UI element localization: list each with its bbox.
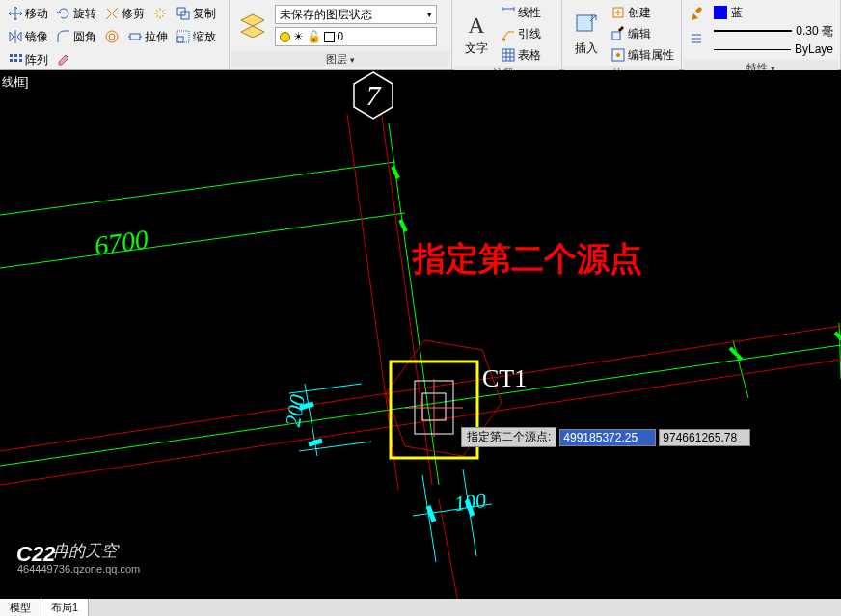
offset-icon xyxy=(104,29,120,44)
layer-state-dropdown[interactable]: 未保存的图层状态 xyxy=(275,5,437,24)
svg-line-30 xyxy=(0,360,841,485)
mirror-icon xyxy=(8,29,23,44)
tool-scale[interactable]: 缩放 xyxy=(173,26,219,47)
text-label: 文字 xyxy=(465,40,488,57)
panel-block: 插入 创建 编辑 编辑属性 块 xyxy=(562,0,682,69)
grid-bubble-7: 7 xyxy=(350,70,396,123)
text-button[interactable]: A 文字 xyxy=(454,2,498,66)
drawing-viewport[interactable]: 线框] xyxy=(0,70,841,603)
lineweight-value: 0.30 毫 xyxy=(796,23,833,40)
command-tooltip: 指定第二个源点: xyxy=(461,427,750,447)
table-icon xyxy=(501,47,516,63)
color-swatch xyxy=(324,32,335,42)
rotate-icon xyxy=(56,6,71,21)
tool-move[interactable]: 移动 xyxy=(5,3,51,24)
panel-layers-label[interactable]: 图层 xyxy=(231,51,450,67)
list-props-button[interactable] xyxy=(686,28,707,49)
tool-move-label: 移动 xyxy=(25,6,48,22)
svg-line-24 xyxy=(393,167,398,178)
tool-extra3[interactable] xyxy=(53,49,74,70)
tool-extra2[interactable] xyxy=(101,26,122,47)
coord-input-x[interactable] xyxy=(559,429,656,446)
layer-state-text: 未保存的图层状态 xyxy=(280,7,372,23)
editprops-icon xyxy=(610,47,626,63)
watermark-url: 464449736.qzone.qq.com xyxy=(17,563,140,575)
tool-create[interactable]: 创建 xyxy=(608,2,677,23)
color-name: 蓝 xyxy=(731,5,743,21)
linear-dim-icon xyxy=(501,5,516,20)
insert-button[interactable]: 插入 xyxy=(564,2,608,66)
tool-leader[interactable]: 引线 xyxy=(498,23,544,44)
edit-icon xyxy=(610,26,626,41)
layers-icon xyxy=(239,11,266,38)
color-swatch-blue xyxy=(714,6,727,19)
coord-input-y[interactable] xyxy=(659,429,750,446)
lock-icon: 🔓 xyxy=(307,30,321,43)
leader-label: 引线 xyxy=(518,26,541,42)
tab-model[interactable]: 模型 xyxy=(0,599,41,617)
svg-text:7: 7 xyxy=(366,79,383,111)
tool-mirror[interactable]: 镜像 xyxy=(5,26,51,47)
lineweight-dropdown[interactable]: 0.30 毫 xyxy=(711,22,836,40)
edit-label: 编辑 xyxy=(628,26,651,42)
match-icon xyxy=(689,7,704,22)
tool-trim-label: 修剪 xyxy=(122,6,145,22)
layer-properties-button[interactable] xyxy=(231,2,275,46)
dimension-100: 100 xyxy=(452,488,487,517)
trim-icon xyxy=(104,6,120,21)
tool-stretch[interactable]: 拉伸 xyxy=(124,26,171,47)
sun-icon: ☀ xyxy=(293,30,304,43)
svg-line-25 xyxy=(400,220,406,231)
ct1-tag: CT1 xyxy=(482,364,527,393)
move-icon xyxy=(8,6,23,21)
tool-edit[interactable]: 编辑 xyxy=(608,23,677,44)
drawing-canvas xyxy=(0,70,841,603)
svg-point-2 xyxy=(106,31,118,42)
svg-line-26 xyxy=(733,340,748,398)
linetype-preview xyxy=(714,49,791,50)
tool-table[interactable]: 表格 xyxy=(498,44,544,66)
svg-rect-14 xyxy=(502,49,514,61)
tool-fillet[interactable]: 圆角 xyxy=(53,26,99,47)
linetype-dropdown[interactable]: ByLaye xyxy=(711,40,836,58)
tool-copy-label: 复制 xyxy=(193,6,216,22)
insert-label: 插入 xyxy=(575,40,598,57)
annotation-red-text: 指定第二个源点 xyxy=(413,237,642,281)
tool-rotate[interactable]: 旋转 xyxy=(53,3,99,24)
match-props-button[interactable] xyxy=(686,4,707,25)
svg-rect-12 xyxy=(19,59,22,62)
leader-icon xyxy=(501,26,516,41)
svg-line-21 xyxy=(0,345,841,466)
tool-stretch-label: 拉伸 xyxy=(145,29,168,45)
tool-mirror-label: 镜像 xyxy=(25,29,48,45)
svg-rect-4 xyxy=(130,34,140,40)
tool-trim[interactable]: 修剪 xyxy=(101,3,148,24)
svg-rect-9 xyxy=(19,54,22,57)
stretch-icon xyxy=(127,29,143,44)
tool-array[interactable]: 阵列 xyxy=(5,49,51,70)
svg-rect-5 xyxy=(177,37,183,42)
table-label: 表格 xyxy=(518,47,541,64)
lineweight-preview xyxy=(714,30,792,32)
tab-layout1[interactable]: 布局1 xyxy=(41,599,89,617)
watermark: 冉的天空 464449736.qzone.qq.com xyxy=(17,540,140,576)
tool-fillet-label: 圆角 xyxy=(73,29,96,45)
lightbulb-icon xyxy=(280,32,290,42)
copy-icon xyxy=(176,6,191,21)
tool-linear[interactable]: 线性 xyxy=(498,2,544,23)
svg-rect-8 xyxy=(14,54,17,57)
svg-rect-7 xyxy=(10,54,13,57)
color-dropdown[interactable]: 蓝 xyxy=(711,4,836,21)
linear-label: 线性 xyxy=(518,5,541,21)
tool-copy[interactable]: 复制 xyxy=(173,3,219,24)
tool-editprops[interactable]: 编辑属性 xyxy=(608,44,677,66)
svg-line-36 xyxy=(289,384,362,393)
layer-current-dropdown[interactable]: ☀ 🔓 0 xyxy=(275,27,437,46)
text-icon: A xyxy=(463,12,490,39)
svg-line-32 xyxy=(381,109,432,485)
svg-line-22 xyxy=(0,162,395,215)
tool-extra1[interactable] xyxy=(149,3,171,24)
fillet-icon xyxy=(56,29,71,44)
svg-text:A: A xyxy=(468,13,485,38)
svg-point-19 xyxy=(616,53,620,57)
